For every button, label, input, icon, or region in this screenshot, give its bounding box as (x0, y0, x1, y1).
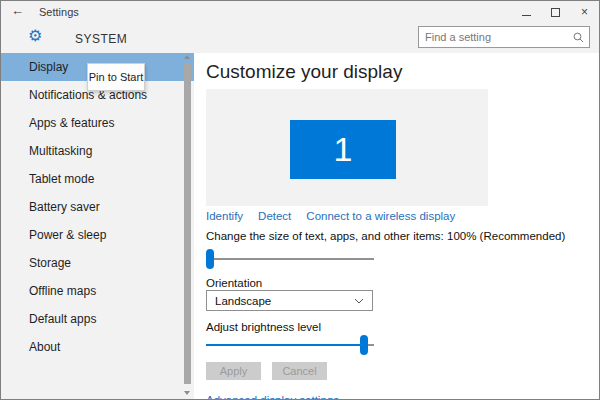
scale-slider-track[interactable] (206, 258, 374, 260)
sidebar-item-storage[interactable]: Storage (1, 249, 194, 277)
minimize-button[interactable] (512, 1, 541, 23)
settings-window: ← Settings × ⚙ SYSTEM Customize your dis… (0, 0, 600, 400)
orientation-selected-value: Landscape (215, 295, 354, 307)
search-input[interactable] (419, 31, 573, 43)
section-heading: Customize your display (206, 61, 402, 83)
scrollbar-down-icon[interactable] (184, 391, 190, 395)
apply-button[interactable]: Apply (206, 362, 261, 380)
window-title: Settings (39, 6, 79, 18)
close-icon: × (581, 6, 588, 18)
sidebar-item-battery-saver[interactable]: Battery saver (1, 193, 194, 221)
brightness-slider-label: Adjust brightness level (206, 321, 321, 333)
sidebar-item-offline-maps[interactable]: Offline maps (1, 277, 194, 305)
brightness-slider-fill (206, 344, 367, 346)
sidebar-item-about[interactable]: About (1, 333, 194, 361)
orientation-dropdown[interactable]: Landscape (206, 290, 373, 311)
sidebar: Display Notifications & actions Apps & f… (1, 53, 194, 399)
back-icon[interactable]: ← (11, 3, 24, 18)
brightness-slider[interactable] (206, 335, 374, 355)
sidebar-item-tablet-mode[interactable]: Tablet mode (1, 165, 194, 193)
main-content: Customize your display 1 Identify Detect… (194, 53, 599, 399)
connect-wireless-display-link[interactable]: Connect to a wireless display (306, 210, 455, 222)
scale-slider-handle[interactable] (206, 249, 214, 269)
monitor-1[interactable]: 1 (290, 120, 396, 179)
gear-icon: ⚙ (28, 28, 42, 44)
action-buttons-row: Apply Cancel (206, 362, 327, 380)
sidebar-item-default-apps[interactable]: Default apps (1, 305, 194, 333)
display-preview-panel: 1 (206, 89, 488, 206)
scrollbar-thumb[interactable] (184, 63, 191, 384)
close-button[interactable]: × (570, 1, 599, 23)
cancel-button[interactable]: Cancel (272, 362, 327, 380)
scale-slider-label: Change the size of text, apps, and other… (206, 230, 565, 242)
sidebar-scrollbar[interactable] (183, 53, 192, 397)
chevron-down-icon (354, 298, 364, 304)
minimize-icon (522, 15, 531, 16)
identify-link[interactable]: Identify (206, 210, 243, 222)
sidebar-item-power-sleep[interactable]: Power & sleep (1, 221, 194, 249)
sidebar-item-multitasking[interactable]: Multitasking (1, 137, 194, 165)
maximize-icon (551, 8, 560, 17)
scrollbar-up-icon[interactable] (184, 55, 190, 59)
search-box (418, 26, 590, 48)
window-controls: × (512, 1, 599, 23)
maximize-button[interactable] (541, 1, 570, 23)
scale-slider[interactable] (206, 249, 374, 269)
search-icon[interactable] (573, 32, 584, 43)
context-menu: Pin to Start (87, 63, 145, 91)
pin-to-start-menu-item[interactable]: Pin to Start (89, 71, 143, 83)
orientation-label: Orientation (206, 277, 262, 289)
page-title: SYSTEM (75, 32, 127, 46)
display-links-row: Identify Detect Connect to a wireless di… (206, 210, 455, 222)
sidebar-item-apps-features[interactable]: Apps & features (1, 109, 194, 137)
advanced-display-settings-link[interactable]: Advanced display settings (206, 394, 339, 400)
monitor-number-label: 1 (334, 130, 353, 169)
brightness-slider-handle[interactable] (360, 335, 368, 355)
detect-link[interactable]: Detect (258, 210, 291, 222)
titlebar: ← Settings × (1, 1, 599, 23)
